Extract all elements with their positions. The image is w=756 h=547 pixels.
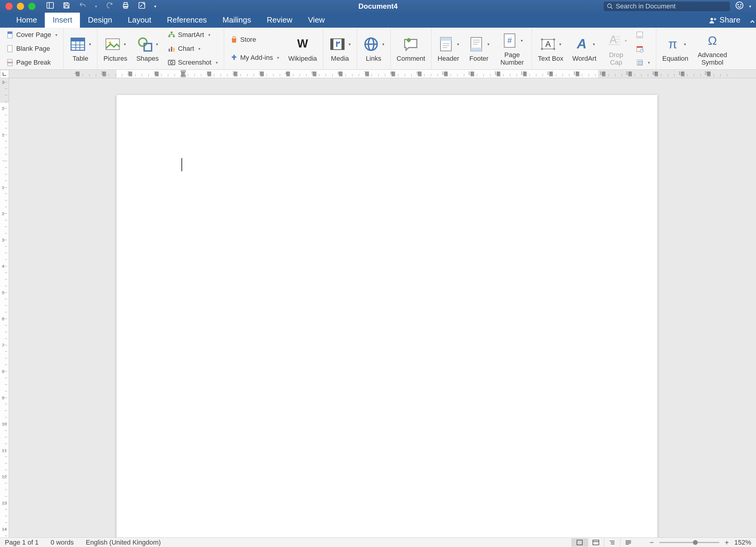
svg-text:#: # — [507, 36, 512, 45]
footer-button[interactable]: ▾ Footer — [466, 35, 491, 62]
ribbon-insert: Cover Page Blank Page Page Break ▾ Table — [0, 28, 756, 70]
tab-view[interactable]: View — [300, 12, 333, 28]
tab-review[interactable]: Review — [259, 12, 300, 28]
ruler-v-num: 4 — [2, 264, 4, 269]
feedback-dropdown-icon[interactable]: ▾ — [749, 4, 751, 9]
blank-page-label: Blank Page — [16, 45, 50, 53]
status-lang[interactable]: English (United Kingdom) — [86, 539, 161, 546]
smartart-button[interactable]: SmartArt — [166, 29, 219, 41]
svg-rect-5 — [124, 2, 127, 5]
print-icon[interactable] — [122, 2, 130, 11]
feedback-icon[interactable] — [735, 1, 744, 11]
ruler-h-num: 11 — [468, 70, 473, 75]
svg-rect-87 — [593, 540, 599, 545]
links-dropdown-icon: ▾ — [382, 42, 384, 47]
status-bar: Page 1 of 1 0 words English (United King… — [0, 537, 756, 547]
tab-layout[interactable]: Layout — [120, 12, 159, 28]
advanced-symbol-button[interactable]: Ω Advanced Symbol — [696, 31, 729, 66]
ruler-h-num: 4 — [75, 70, 77, 75]
table-button[interactable]: ▾ Table — [68, 35, 93, 62]
tab-home[interactable]: Home — [8, 12, 45, 28]
page-1[interactable] — [117, 95, 657, 537]
svg-rect-43 — [341, 39, 344, 50]
status-page[interactable]: Page 1 of 1 — [5, 539, 39, 546]
footer-dropdown-icon: ▾ — [487, 42, 489, 47]
svg-point-11 — [738, 5, 738, 5]
ruler-h-num: 13 — [520, 70, 526, 75]
smartart-label: SmartArt — [178, 31, 204, 39]
table-label: Table — [72, 55, 88, 62]
media-button[interactable]: ▾ Media — [328, 35, 352, 62]
outline-view-button[interactable] — [604, 538, 620, 547]
document-canvas[interactable] — [9, 78, 756, 537]
ruler-v-num: 2 — [2, 106, 4, 111]
minimize-window-button[interactable] — [17, 3, 24, 10]
template-icon[interactable] — [138, 2, 146, 11]
svg-point-63 — [541, 38, 543, 41]
screenshot-button[interactable]: Screenshot — [166, 57, 219, 69]
collapse-ribbon-icon[interactable] — [749, 18, 756, 25]
object-button[interactable] — [634, 57, 652, 69]
screenshot-label: Screenshot — [178, 59, 211, 66]
tab-selector-well[interactable] — [0, 70, 9, 78]
wikipedia-button[interactable]: W Wikipedia — [286, 35, 319, 62]
qat-customize-icon[interactable]: ▾ — [154, 4, 156, 9]
tab-references[interactable]: References — [159, 12, 215, 28]
vertical-ruler[interactable]: 321123456789101112131415 — [0, 78, 9, 537]
zoom-out-button[interactable]: − — [648, 539, 655, 546]
ruler-h-num: 18 — [652, 70, 657, 75]
comment-button[interactable]: Comment — [395, 35, 427, 62]
page-number-button[interactable]: # ▾ Page Number — [497, 31, 527, 66]
store-button[interactable]: Store — [228, 34, 281, 46]
svg-text:π: π — [668, 37, 677, 51]
zoom-window-button[interactable] — [28, 3, 35, 10]
print-layout-view-button[interactable] — [572, 538, 588, 547]
ruler-v-num: 6 — [2, 316, 4, 321]
zoom-slider[interactable] — [659, 542, 719, 543]
svg-rect-3 — [65, 6, 68, 8]
search-box[interactable]: Search in Document — [604, 2, 730, 11]
horizontal-ruler[interactable]: 43211234567891011121314151617181920 — [9, 70, 756, 78]
text-box-button[interactable]: A ▾ Text Box — [536, 35, 565, 62]
tab-design[interactable]: Design — [80, 12, 120, 28]
wordart-button[interactable]: A ▾ WordArt — [571, 35, 598, 62]
equation-dropdown-icon: ▾ — [684, 42, 686, 47]
wikipedia-icon: W — [294, 36, 311, 52]
chart-button[interactable]: Chart — [166, 43, 219, 55]
sidebar-toggle-icon[interactable] — [46, 2, 54, 11]
zoom-slider-thumb[interactable] — [693, 540, 698, 545]
page-break-button[interactable]: Page Break — [4, 57, 59, 69]
my-addins-button[interactable]: My Add-ins — [228, 52, 281, 64]
svg-rect-55 — [471, 48, 482, 51]
cover-page-button[interactable]: Cover Page — [4, 29, 59, 41]
status-words[interactable]: 0 words — [51, 539, 74, 546]
zoom-in-button[interactable]: + — [724, 539, 730, 546]
blank-page-button[interactable]: Blank Page — [4, 43, 59, 55]
tab-mailings[interactable]: Mailings — [215, 12, 259, 28]
svg-rect-34 — [173, 35, 175, 37]
save-icon[interactable] — [62, 2, 70, 11]
share-button[interactable]: Share — [703, 15, 746, 28]
equation-button[interactable]: π ▾ Equation — [660, 35, 690, 62]
svg-text:A: A — [577, 36, 587, 51]
undo-dropdown-icon[interactable]: ▾ — [95, 4, 97, 9]
undo-icon[interactable] — [79, 2, 87, 11]
shapes-button[interactable]: ▾ Shapes — [135, 35, 161, 62]
web-layout-view-button[interactable] — [588, 538, 604, 547]
search-placeholder: Search in Document — [616, 2, 675, 10]
draft-view-button[interactable] — [620, 538, 636, 547]
header-button[interactable]: ▾ Header — [436, 35, 461, 62]
group-illustrations: ▾ Pictures ▾ Shapes SmartArt Chart Scree… — [97, 28, 224, 69]
ruler-v-num: 1 — [2, 185, 4, 190]
tab-insert[interactable]: Insert — [45, 12, 80, 28]
svg-point-8 — [608, 4, 611, 8]
signature-line-button[interactable] — [634, 29, 652, 41]
drop-cap-button[interactable]: A ▾ Drop Cap — [604, 31, 629, 66]
zoom-level[interactable]: 152% — [734, 539, 751, 546]
redo-icon[interactable] — [105, 2, 113, 11]
pictures-button[interactable]: ▾ Pictures — [102, 35, 129, 62]
close-window-button[interactable] — [5, 3, 13, 10]
date-time-button[interactable] — [634, 43, 652, 55]
links-button[interactable]: ▾ Links — [361, 35, 386, 62]
svg-point-64 — [553, 38, 555, 41]
